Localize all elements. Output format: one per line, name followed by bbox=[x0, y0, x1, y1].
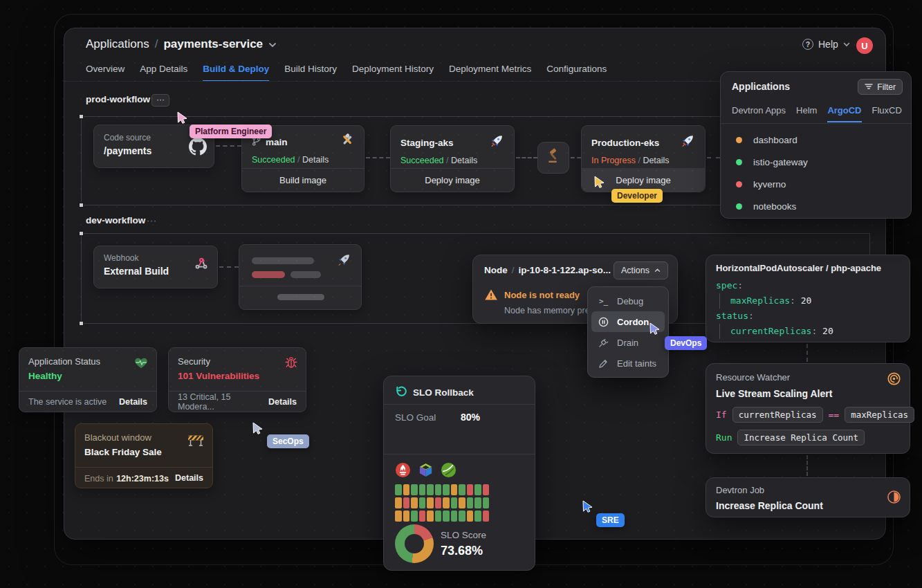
dev-workflow-menu-button[interactable]: ··· bbox=[147, 216, 157, 226]
panel-connector bbox=[806, 455, 808, 476]
secops-cursor bbox=[252, 422, 265, 438]
heatmap-cell bbox=[411, 511, 418, 522]
devtron-job-panel[interactable]: Devtron Job Increase Replica Count bbox=[706, 477, 910, 517]
gavel-icon bbox=[545, 148, 562, 167]
chevron-up-icon bbox=[654, 268, 661, 273]
hpa-panel: HorizontalPodAutoscaler / php-apache spe… bbox=[706, 255, 910, 342]
production-details-link[interactable]: Details bbox=[643, 156, 669, 165]
tab-deployment-history[interactable]: Deployment History bbox=[352, 64, 434, 82]
applications-panel: Applications Filter Devtron Apps Helm Ar… bbox=[720, 71, 912, 219]
tab-build-and-deploy[interactable]: Build & Deploy bbox=[203, 64, 269, 82]
slo-goal-value: 80% bbox=[461, 412, 480, 423]
apps-tab-fluxcd[interactable]: FluxCD bbox=[872, 105, 902, 122]
heatmap-cell bbox=[474, 511, 481, 522]
skeleton-bar bbox=[291, 271, 321, 278]
list-item-dashboard[interactable]: dashboard bbox=[736, 129, 904, 151]
heatmap-cell bbox=[451, 511, 458, 522]
resource-watcher-subtitle: Live Stream Scaling Alert bbox=[716, 388, 832, 399]
app-status-footer: The service is active Details bbox=[19, 391, 156, 412]
heatmap-cell bbox=[459, 484, 465, 495]
staging-deploy-image-button[interactable]: Deploy image bbox=[391, 168, 514, 192]
selection-handle[interactable] bbox=[79, 231, 84, 236]
divider bbox=[239, 286, 361, 286]
pipeline-connector bbox=[516, 157, 537, 158]
slo-goal-label: SLO Goal bbox=[395, 412, 436, 423]
apps-tab-devtron[interactable]: Devtron Apps bbox=[732, 105, 786, 122]
blackout-footer: Ends in 12h:23m:13s Details bbox=[75, 467, 212, 488]
rollback-icon bbox=[395, 385, 407, 399]
hammer-wrench-icon bbox=[340, 134, 354, 151]
tab-app-details[interactable]: App Details bbox=[140, 64, 187, 82]
security-footer: 13 Critical, 15 Modera... Details bbox=[169, 391, 306, 412]
page-title: payments-service bbox=[163, 37, 263, 51]
staging-env-name: Staging-aks bbox=[400, 138, 454, 148]
tab-configurations[interactable]: Configurations bbox=[546, 64, 607, 82]
apps-tab-helm[interactable]: Helm bbox=[796, 105, 817, 122]
breadcrumb-root[interactable]: Applications bbox=[86, 37, 149, 51]
help-menu[interactable]: ? Help bbox=[802, 39, 850, 50]
actions-button[interactable]: Actions bbox=[614, 261, 668, 279]
node-warning-title: Node is not ready bbox=[504, 290, 580, 300]
security-details-link[interactable]: Details bbox=[268, 397, 297, 407]
help-icon: ? bbox=[802, 39, 813, 50]
slo-heatmap bbox=[395, 484, 489, 522]
heatmap-cell bbox=[427, 497, 434, 508]
list-item-istio-gateway[interactable]: istio-gateway bbox=[736, 151, 904, 173]
selection-handle[interactable] bbox=[79, 203, 84, 208]
pause-circle-icon bbox=[598, 317, 609, 327]
secops-pill: SecOps bbox=[267, 434, 309, 448]
run-action-chip[interactable]: Increase Replica Count bbox=[737, 430, 865, 445]
staging-details-link[interactable]: Details bbox=[451, 156, 477, 165]
build-status: Succeeded bbox=[252, 155, 295, 165]
heatmap-cell bbox=[435, 497, 442, 508]
divider bbox=[384, 454, 535, 454]
filter-button[interactable]: Filter bbox=[858, 79, 903, 95]
heatmap-cell bbox=[411, 484, 418, 495]
cube-icon bbox=[418, 462, 434, 481]
heatmap-cell bbox=[467, 497, 474, 508]
condition-left-chip: currentReplicas bbox=[732, 407, 823, 423]
status-dot bbox=[736, 181, 742, 187]
terminal-icon: >_ bbox=[598, 297, 609, 306]
apps-tab-argocd[interactable]: ArgoCD bbox=[827, 105, 861, 122]
chevron-down-icon[interactable] bbox=[268, 37, 277, 51]
selection-handle[interactable] bbox=[79, 114, 84, 119]
menu-item-edit-taints[interactable]: Edit taints bbox=[591, 353, 665, 374]
breadcrumb-separator: / bbox=[155, 37, 158, 51]
staging-pipeline-card[interactable]: Staging-aks Succeeded / Details Deploy i… bbox=[390, 125, 515, 192]
heatmap-cell bbox=[435, 511, 442, 522]
blackout-window-card[interactable]: Blackout window Black Friday Sale Ends i… bbox=[75, 423, 213, 488]
list-item-kyverno[interactable]: kyverno bbox=[736, 173, 904, 195]
platform-engineer-pill: Platform Engineer bbox=[190, 125, 272, 138]
tab-build-history[interactable]: Build History bbox=[284, 64, 337, 82]
security-card[interactable]: Security 101 Vulnerabilities 13 Critical… bbox=[168, 347, 306, 412]
node-kind: Node bbox=[484, 265, 508, 275]
avatar[interactable]: U bbox=[856, 37, 873, 54]
app-status-details-link[interactable]: Details bbox=[119, 397, 147, 407]
heatmap-cell bbox=[395, 497, 402, 508]
build-image-button[interactable]: Build image bbox=[242, 168, 364, 192]
security-title: Security bbox=[178, 356, 297, 367]
selection-handle[interactable] bbox=[79, 321, 84, 326]
build-details-link[interactable]: Details bbox=[302, 155, 329, 165]
list-item-notebooks[interactable]: notebooks bbox=[736, 195, 904, 217]
heatmap-cell bbox=[443, 511, 450, 522]
menu-item-debug[interactable]: >_ Debug bbox=[591, 291, 665, 311]
pipeline-connector bbox=[216, 145, 241, 147]
github-icon bbox=[189, 138, 207, 158]
blackout-name: Black Friday Sale bbox=[84, 447, 203, 457]
webhook-card[interactable]: Webhook External Build bbox=[93, 246, 218, 288]
prod-workflow-menu-button[interactable]: ··· bbox=[151, 94, 169, 107]
blackout-details-link[interactable]: Details bbox=[175, 473, 203, 483]
heatmap-cell bbox=[403, 497, 410, 508]
status-dot bbox=[736, 159, 742, 165]
heatmap-cell bbox=[467, 484, 474, 495]
tab-deployment-metrics[interactable]: Deployment Metrics bbox=[449, 64, 531, 82]
approval-gate[interactable] bbox=[537, 142, 569, 174]
spiral-icon bbox=[887, 371, 901, 389]
tab-overview[interactable]: Overview bbox=[86, 64, 125, 82]
blackout-title: Blackout window bbox=[84, 432, 203, 443]
application-status-card[interactable]: Application Status Healthy The service i… bbox=[19, 347, 157, 412]
skeleton-pipeline-card bbox=[239, 244, 362, 310]
rocket-icon bbox=[489, 134, 504, 151]
